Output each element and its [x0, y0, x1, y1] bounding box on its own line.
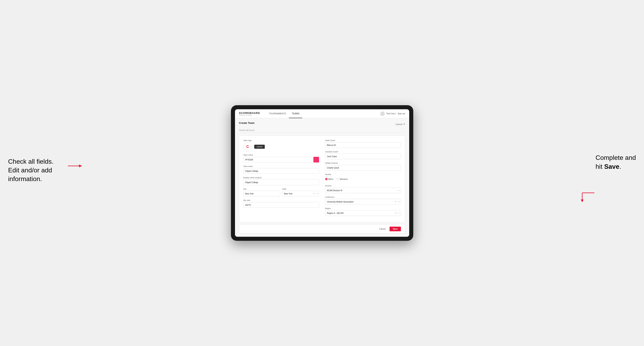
right-column: Head Coach Assistant Coach Athletic Dire…: [325, 139, 401, 219]
division-group: Division NCAA Division III ▾: [325, 185, 401, 193]
region-label: Region: [325, 207, 401, 209]
head-coach-group: Head Coach: [325, 139, 401, 148]
state-chevron-icon: ▾: [317, 193, 318, 195]
display-name-group: Display name (unique): [243, 177, 319, 185]
division-label: Division: [325, 185, 401, 187]
zip-label: Zip code: [243, 199, 319, 201]
conference-group: Conference University Athletic Associati…: [325, 196, 401, 204]
brand-sub: Powered by clippi: [239, 115, 260, 116]
navbar: SCOREBOARD Powered by clippi TOURNAMENTS…: [235, 109, 409, 118]
radio-mens-dot: [325, 178, 328, 180]
display-name-label: Display name (unique): [243, 177, 319, 179]
city-label: City: [243, 188, 280, 190]
assistant-coach-label: Assistant Coach: [325, 151, 401, 153]
team-colour-label: Team colour: [243, 154, 319, 156]
cancel-bar: Create Team Cancel ✕: [239, 121, 405, 127]
state-subgroup: State ✕ ▾: [282, 188, 319, 196]
cancel-top[interactable]: Cancel ✕: [396, 123, 405, 126]
brand-title: SCOREBOARD: [239, 112, 260, 115]
annotation-left: Check all fields. Edit and/or add inform…: [8, 158, 54, 182]
arrow-right-icon: [580, 192, 594, 202]
form-body: Team logo C Upload Team colo: [239, 136, 405, 223]
state-label: State: [282, 188, 319, 190]
form-footer: Cancel Save: [239, 224, 405, 233]
city-state-row: City State ✕ ▾: [243, 188, 319, 196]
city-subgroup: City: [243, 188, 280, 196]
radio-womens[interactable]: Womens: [336, 178, 348, 180]
page-title: Create Team: [239, 121, 255, 124]
region-group: Region Region II - (M) DIII ✕ ▾: [325, 207, 401, 216]
nav-teams[interactable]: TEAMS: [289, 109, 302, 118]
radio-group: Mens Womens: [325, 176, 401, 182]
left-column: Team logo C Upload Team colo: [243, 139, 319, 219]
tablet-screen: SCOREBOARD Powered by clippi TOURNAMENTS…: [235, 109, 409, 237]
upload-button[interactable]: Upload: [254, 145, 265, 149]
city-state-group: City State ✕ ▾: [243, 188, 319, 196]
team-name-input[interactable]: [243, 168, 319, 174]
state-wrapper: ✕ ▾: [282, 191, 319, 196]
team-name-label: Team name: [243, 165, 319, 167]
brand: SCOREBOARD Powered by clippi: [239, 112, 260, 116]
gender-label: Gender: [325, 173, 401, 175]
display-name-input[interactable]: [243, 179, 319, 185]
conference-input[interactable]: University Athletic Association ✕ ▾: [325, 199, 401, 204]
athletic-director-label: Athletic Director: [325, 162, 401, 164]
user-name: Test User |: [386, 113, 396, 115]
navbar-right: Test User | Sign out: [380, 112, 405, 116]
division-select[interactable]: NCAA Division III: [325, 187, 401, 193]
annotation-right: Complete and hit Save.: [596, 154, 636, 170]
gender-group: Gender Mens Womens: [325, 173, 401, 182]
region-input[interactable]: Region II - (M) DIII ✕ ▾: [325, 210, 401, 216]
section-label: TEAM DETAILS: [239, 129, 405, 133]
radio-mens[interactable]: Mens: [325, 178, 333, 180]
assistant-coach-input[interactable]: [325, 154, 401, 159]
color-swatch[interactable]: [314, 157, 319, 163]
svg-marker-1: [79, 165, 82, 167]
team-colour-input[interactable]: [243, 157, 312, 163]
athletic-director-group: Athletic Director: [325, 162, 401, 171]
zip-input[interactable]: [243, 202, 319, 208]
head-coach-input[interactable]: [325, 142, 401, 148]
head-coach-label: Head Coach: [325, 139, 401, 142]
color-input-row: [243, 157, 319, 163]
state-clear-icon[interactable]: ✕: [314, 193, 315, 195]
user-avatar: [380, 112, 385, 116]
region-chevron-icon: ▾: [398, 212, 399, 214]
conference-clear-icon[interactable]: ✕: [395, 201, 397, 203]
nav-tournaments[interactable]: TOURNAMENTS: [266, 109, 289, 118]
logo-area: C Upload: [243, 142, 319, 151]
region-clear-icon[interactable]: ✕: [395, 212, 397, 214]
tablet-frame: SCOREBOARD Powered by clippi TOURNAMENTS…: [231, 105, 413, 241]
team-colour-group: Team colour: [243, 154, 319, 163]
team-logo-label: Team logo: [243, 139, 319, 142]
city-input[interactable]: [243, 191, 280, 196]
nav-links: TOURNAMENTS TEAMS: [266, 109, 380, 118]
arrow-left-icon: [68, 163, 82, 169]
svg-marker-3: [581, 199, 584, 202]
save-button[interactable]: Save: [390, 227, 401, 231]
team-logo-group: Team logo C Upload: [243, 139, 319, 151]
radio-womens-dot: [336, 178, 339, 180]
cancel-button[interactable]: Cancel: [377, 227, 388, 231]
athletic-director-input[interactable]: [325, 165, 401, 171]
logo-circle: C: [243, 142, 252, 151]
conference-value: University Athletic Association: [327, 201, 354, 203]
conference-chevron-icon: ▾: [398, 201, 399, 203]
assistant-coach-group: Assistant Coach: [325, 151, 401, 159]
zip-group: Zip code: [243, 199, 319, 208]
sign-out-link[interactable]: Sign out: [398, 113, 405, 115]
team-name-group: Team name: [243, 165, 319, 174]
region-value: Region II - (M) DIII: [327, 212, 344, 214]
division-wrapper: NCAA Division III ▾: [325, 187, 401, 193]
conference-label: Conference: [325, 196, 401, 198]
main-content: Create Team Cancel ✕ TEAM DETAILS: [235, 118, 409, 237]
